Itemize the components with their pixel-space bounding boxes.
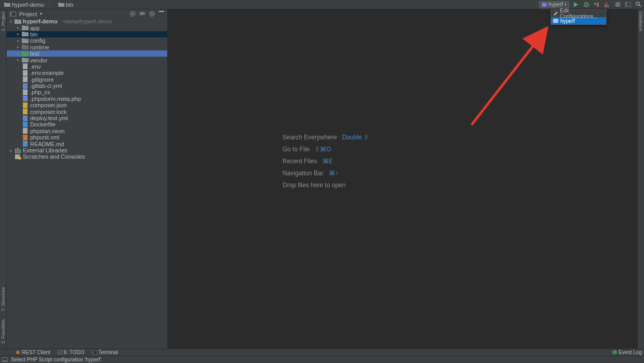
tree-row[interactable]: .gitlab-ci.yml	[7, 83, 167, 89]
toolwindow-tab-todo[interactable]: 6: TODO	[58, 349, 85, 355]
breadcrumb-label: hyperf-demo	[12, 2, 44, 8]
gear-icon[interactable]	[149, 11, 155, 17]
tree-label: app	[30, 25, 39, 31]
status-text: Select PHP Script configuration 'hyperf'	[11, 357, 101, 362]
welcome-line: Search EverywhereDouble ⇧	[283, 131, 369, 143]
md-icon	[22, 141, 29, 147]
breadcrumb-label: bin	[66, 2, 74, 8]
run-coverage-button[interactable]	[593, 1, 600, 8]
hide-icon[interactable]	[159, 11, 164, 17]
tree-row[interactable]: .php_cs	[7, 89, 167, 95]
tree-row[interactable]: ▸External Libraries	[7, 147, 167, 153]
toolwindow-tab-database[interactable]: Database	[638, 9, 644, 34]
chevron-down-icon[interactable]: ▾	[40, 11, 42, 16]
top-bar: hyperf-demo 〉 bin hyperf ▾	[0, 0, 644, 9]
welcome-line: Drop files here to open	[283, 179, 369, 191]
tree-label: config	[30, 37, 45, 44]
select-opened-file-icon[interactable]	[130, 11, 136, 17]
svg-rect-41	[92, 351, 97, 355]
toolwindow-tab-structure[interactable]: 7: Structure	[0, 285, 6, 314]
project-header-title[interactable]: Project	[19, 11, 37, 17]
tree-label: runtime	[30, 44, 49, 50]
run-config-edit-configs[interactable]: Edit Configurations...	[551, 10, 606, 17]
svg-rect-9	[625, 2, 627, 7]
svg-rect-32	[23, 141, 28, 147]
tree-row[interactable]: composer.lock	[7, 108, 167, 114]
svg-rect-5	[606, 3, 607, 7]
svg-rect-31	[23, 135, 28, 140]
tree-row[interactable]: composer.json	[7, 102, 167, 108]
tree-arrow-icon[interactable]: ▸	[16, 51, 20, 56]
svg-text:1: 1	[614, 351, 616, 354]
stop-button[interactable]	[614, 1, 621, 8]
svg-rect-25	[23, 96, 28, 101]
welcome-label: Search Everywhere	[283, 134, 337, 141]
file-icon	[22, 76, 29, 82]
neon-icon	[22, 128, 29, 134]
tree-arrow-icon[interactable]: ▸	[16, 32, 20, 36]
tree-arrow-icon[interactable]: ▸	[16, 38, 20, 43]
event-log-button[interactable]: 1 Event Log	[612, 349, 642, 355]
tree-row[interactable]: .env.example	[7, 70, 167, 76]
bottom-toolbar: REST Client 6: TODO Terminal 1 Event Log	[0, 348, 644, 356]
toolwindow-tab-project[interactable]: 1: Project	[0, 9, 6, 33]
lib-icon	[15, 148, 21, 153]
tree-label: .php_cs	[30, 89, 50, 95]
breadcrumb: hyperf-demo 〉 bin	[2, 1, 75, 8]
event-log-icon: 1	[612, 350, 617, 355]
run-button[interactable]	[572, 1, 580, 8]
run-config-selector[interactable]: hyperf ▾	[539, 1, 569, 8]
tree-row[interactable]: ▾hyperf-demo~/www/hyperf-demo	[7, 18, 167, 24]
status-icon[interactable]	[2, 357, 8, 362]
svg-rect-45	[2, 360, 8, 362]
file-icon	[22, 70, 29, 76]
tree-row[interactable]: README.md	[7, 140, 167, 147]
tree-row[interactable]: Dockerfile	[7, 121, 167, 127]
svg-rect-0	[542, 3, 547, 7]
tree-arrow-icon[interactable]: ▸	[16, 58, 20, 62]
tree-row[interactable]: .phpstorm.meta.php	[7, 96, 167, 102]
tree-row[interactable]: ▸test	[7, 50, 167, 57]
left-gutter: 1: Project 7: Structure 2: Favorites	[0, 9, 7, 348]
tree-row[interactable]: ▸vendor	[7, 57, 167, 63]
debug-button[interactable]	[583, 1, 590, 8]
toolwindow-tab-terminal[interactable]: Terminal	[92, 349, 118, 355]
svg-rect-24	[23, 89, 28, 95]
pencil-icon	[553, 11, 558, 16]
svg-rect-30	[23, 128, 28, 134]
svg-rect-34	[17, 148, 19, 153]
tree-row[interactable]: .env	[7, 63, 167, 70]
tree-row[interactable]: ▸bin	[7, 31, 167, 37]
tree-row[interactable]: ▸app	[7, 24, 167, 31]
svg-rect-7	[615, 2, 620, 7]
toolwindow-tab-rest-client[interactable]: REST Client	[16, 349, 50, 355]
welcome-label: Go to File	[283, 146, 310, 153]
tree-arrow-icon[interactable]: ▸	[16, 45, 20, 49]
tree-arrow-icon[interactable]: ▾	[9, 19, 13, 24]
search-button[interactable]	[635, 1, 642, 8]
breadcrumb-item[interactable]: hyperf-demo	[2, 2, 46, 8]
breadcrumb-item[interactable]: bin	[56, 2, 76, 8]
event-log-label: Event Log	[619, 349, 642, 355]
svg-rect-21	[23, 70, 28, 76]
tree-label: composer.lock	[30, 109, 66, 115]
toolwindow-tab-favorites[interactable]: 2: Favorites	[0, 317, 6, 346]
tree-arrow-icon[interactable]: ▸	[9, 148, 13, 153]
tree-row[interactable]: .gitignore	[7, 76, 167, 83]
project-tree[interactable]: ▾hyperf-demo~/www/hyperf-demo▸app▸bin▸co…	[7, 18, 167, 348]
layout-button[interactable]	[624, 1, 632, 8]
folder-icon	[15, 19, 21, 24]
tree-row[interactable]: Scratches and Consoles	[7, 153, 167, 160]
tree-row[interactable]: phpunit.xml	[7, 134, 167, 140]
tree-arrow-icon[interactable]: ▸	[16, 25, 20, 30]
svg-rect-12	[553, 19, 558, 23]
tree-row[interactable]: ▸config	[7, 37, 167, 44]
tree-label: External Libraries	[23, 147, 68, 153]
tree-row[interactable]: phpstan.neon	[7, 128, 167, 134]
expand-all-icon[interactable]	[140, 11, 145, 17]
profile-button[interactable]	[603, 1, 611, 8]
tree-row[interactable]: deploy.test.yml	[7, 115, 167, 121]
tree-row[interactable]: ▸runtime	[7, 44, 167, 50]
svg-rect-35	[19, 149, 21, 153]
svg-rect-23	[23, 83, 28, 89]
